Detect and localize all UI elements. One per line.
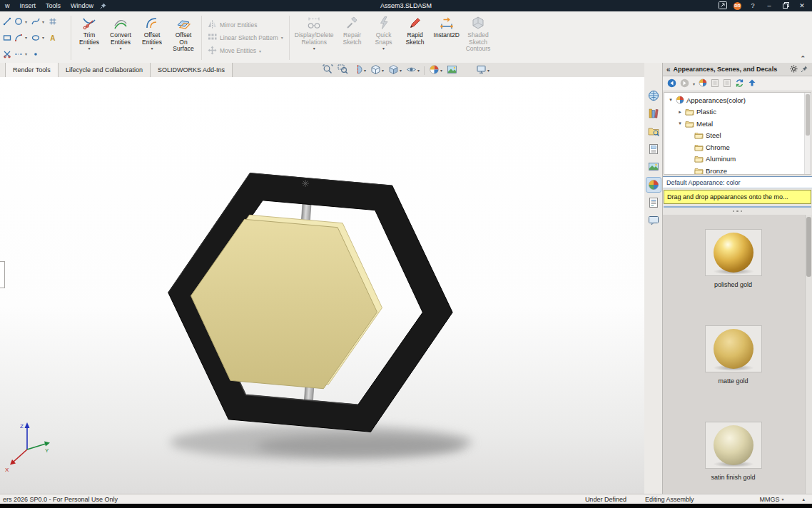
dropdown-caret[interactable]: ▾ xyxy=(88,46,90,51)
tree-item-aluminum[interactable]: Aluminum xyxy=(664,153,811,166)
swatch-scrollbar[interactable] xyxy=(805,215,812,494)
rapid-sketch-button[interactable]: Rapid Sketch xyxy=(400,12,431,64)
repair-sketch-button[interactable]: Repair Sketch xyxy=(337,12,368,64)
tab-render-tools[interactable]: Render Tools xyxy=(6,63,59,77)
menu-fragment[interactable]: w xyxy=(0,0,15,11)
tree-item-plastic[interactable]: ▸Plastic xyxy=(664,106,811,118)
tree-item-steel[interactable]: Steel xyxy=(664,130,811,142)
dropdown-caret[interactable]: ▾ xyxy=(25,51,29,56)
sketch-arc-icon[interactable] xyxy=(14,33,24,43)
offset-on-surface-button[interactable]: Offset On Surface xyxy=(168,12,199,64)
tree-scrollbar-thumb[interactable] xyxy=(806,94,810,136)
pin-icon[interactable] xyxy=(801,65,808,74)
design-library-icon[interactable] xyxy=(646,106,661,121)
minimize-button[interactable]: – xyxy=(764,2,774,9)
display-style-icon[interactable]: ▾ xyxy=(388,64,402,76)
appearances-home-icon[interactable] xyxy=(699,78,707,88)
menu-pin-icon[interactable] xyxy=(100,2,107,9)
dropdown-caret[interactable]: ▾ xyxy=(281,35,283,40)
offset-entities-button[interactable]: Offset Entities ▾ xyxy=(136,12,168,64)
sync-icon[interactable] xyxy=(735,78,744,89)
display-delete-relations-button[interactable]: Display/Delete Relations ▾ xyxy=(292,12,337,64)
history-caret[interactable]: ▾ xyxy=(693,81,695,86)
appearance-swatch-tile[interactable] xyxy=(705,422,762,469)
help-icon[interactable]: ? xyxy=(748,2,758,9)
collapse-panel-icon[interactable]: « xyxy=(666,66,671,73)
custom-properties-icon[interactable] xyxy=(646,195,661,210)
dropdown-caret[interactable]: ▾ xyxy=(42,19,46,24)
tab-fragment[interactable] xyxy=(0,63,6,77)
expand-statusbar-icon[interactable]: ▴ xyxy=(802,497,809,502)
avatar[interactable]: DR xyxy=(734,2,741,10)
sketch-grid-icon[interactable] xyxy=(48,16,58,26)
dropdown-caret[interactable]: ▾ xyxy=(382,46,385,51)
dropdown-caret[interactable]: ▾ xyxy=(25,19,29,24)
section-view-icon[interactable]: ▾ xyxy=(352,64,366,76)
zoom-to-area-icon[interactable] xyxy=(338,64,348,76)
back-icon[interactable] xyxy=(667,78,676,89)
dropdown-caret[interactable]: ▾ xyxy=(313,46,315,51)
unit-system[interactable]: MMGS▾ xyxy=(759,496,802,503)
tree-item-bronze[interactable]: Bronze xyxy=(664,165,811,175)
view-orientation-icon[interactable]: ▾ xyxy=(370,64,384,76)
tree-chevron-icon[interactable]: ▾ xyxy=(677,121,683,126)
forum-icon[interactable] xyxy=(646,213,661,228)
gear-icon[interactable] xyxy=(790,65,798,74)
sketch-circle-icon[interactable] xyxy=(14,16,24,26)
close-button[interactable]: ✕ xyxy=(797,2,807,9)
dropdown-caret[interactable]: ▾ xyxy=(781,497,783,502)
menu-window[interactable]: Window xyxy=(66,0,98,11)
dropdown-caret[interactable]: ▾ xyxy=(119,46,121,51)
resources-icon[interactable] xyxy=(646,88,661,103)
collapse-ribbon-icon[interactable]: ⌃ xyxy=(800,55,806,62)
menu-tools[interactable]: Tools xyxy=(41,0,66,11)
appearance-swatch-tile[interactable] xyxy=(705,229,762,276)
restore-button[interactable] xyxy=(781,2,791,10)
dropdown-caret[interactable]: ▾ xyxy=(42,35,46,40)
sketch-ellipse-icon[interactable] xyxy=(31,33,41,43)
instant2d-button[interactable]: Instant2D xyxy=(431,12,462,64)
swatch-scrollbar-thumb[interactable] xyxy=(806,217,811,277)
tree-item-appearances-color-[interactable]: ▾Appearances(color) xyxy=(664,94,811,106)
splitter-handle[interactable] xyxy=(663,208,812,215)
up-level-icon[interactable] xyxy=(748,78,756,88)
zoom-to-fit-icon[interactable] xyxy=(323,64,333,76)
move-entities-button[interactable]: Move Entities ▾ xyxy=(208,46,283,56)
tree-scrollbar[interactable] xyxy=(804,93,811,174)
sketch-rectangle-icon[interactable] xyxy=(2,33,12,43)
sketch-centerline-icon[interactable] xyxy=(14,49,24,59)
tree-item-chrome[interactable]: Chrome xyxy=(664,141,811,153)
view-palette-icon[interactable] xyxy=(646,142,661,156)
linear-sketch-pattern-button[interactable]: Linear Sketch Pattern ▾ xyxy=(208,33,283,43)
sketch-spline-icon[interactable] xyxy=(31,16,41,26)
hide-show-items-icon[interactable]: ▾ xyxy=(406,64,420,76)
convert-entities-button[interactable]: Convert Entities ▾ xyxy=(105,12,136,64)
sketch-point-icon[interactable] xyxy=(31,49,41,59)
tree-item-metal[interactable]: ▾Metal xyxy=(664,118,811,130)
collapsed-panel-tab[interactable] xyxy=(0,261,5,288)
mirror-entities-button[interactable]: Mirror Entities xyxy=(208,20,283,30)
menu-insert[interactable]: Insert xyxy=(15,0,41,11)
tree-chevron-icon[interactable]: ▸ xyxy=(677,109,683,115)
dropdown-caret[interactable]: ▾ xyxy=(151,46,153,51)
trim-entities-button[interactable]: Trim Entities ▾ xyxy=(73,12,105,64)
dropdown-caret[interactable]: ▾ xyxy=(25,35,29,40)
sketch-text-icon[interactable]: A xyxy=(48,33,58,43)
sketch-line-icon[interactable] xyxy=(2,16,12,26)
graphics-viewport[interactable]: Z Y X xyxy=(0,77,645,494)
appearances-icon[interactable] xyxy=(646,178,661,192)
shaded-sketch-contours-button[interactable]: Shaded Sketch Contours xyxy=(462,12,494,64)
file-explorer-icon[interactable] xyxy=(646,124,661,138)
view-settings-icon[interactable]: ▾ xyxy=(476,64,489,76)
tree-chevron-icon[interactable]: ▾ xyxy=(668,97,674,103)
edit-appearance-icon[interactable]: ▾ xyxy=(429,64,442,76)
sketch-trim-icon[interactable] xyxy=(2,49,12,59)
appearance-swatch-tile[interactable] xyxy=(705,325,762,372)
tab-lifecycle-and-collaboration[interactable]: Lifecycle and Collaboration xyxy=(59,63,151,77)
quick-snaps-button[interactable]: Quick Snaps ▾ xyxy=(368,12,400,64)
scenes-icon[interactable] xyxy=(646,160,661,174)
dropdown-caret[interactable]: ▾ xyxy=(259,49,261,54)
tab-solidworks-add-ins[interactable]: SOLIDWORKS Add-Ins xyxy=(151,63,233,77)
share-icon[interactable] xyxy=(719,1,727,11)
model-canvas[interactable]: Z Y X xyxy=(0,77,644,494)
